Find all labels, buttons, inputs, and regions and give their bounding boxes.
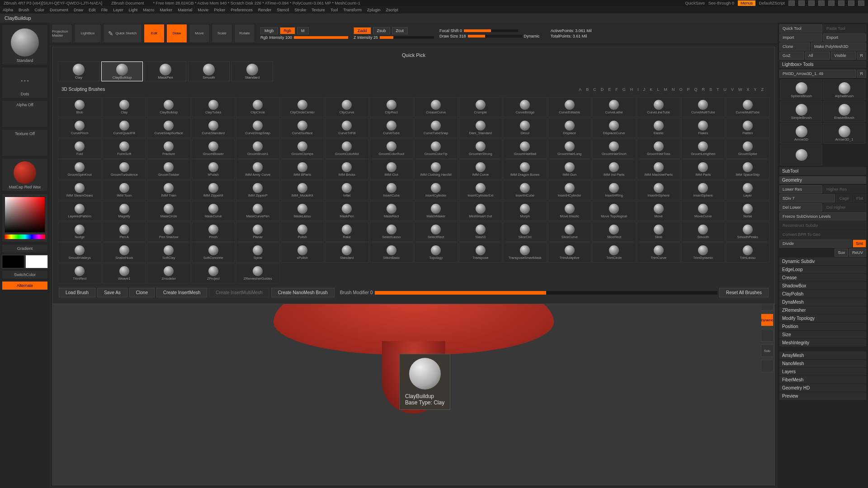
brush-claybuildup[interactable]: ClayBuildup <box>147 97 191 117</box>
brush-groomblower[interactable]: GroomBlower <box>192 139 236 159</box>
focal-shift-slider[interactable] <box>464 29 518 32</box>
menu-brush[interactable]: Brush <box>19 8 29 12</box>
brush-imm-ind-parts[interactable]: IMM Ind Parts <box>592 160 636 179</box>
brush-selectlasso[interactable]: SelectLasso <box>370 222 414 242</box>
alpha-filter-J[interactable]: J <box>641 87 648 92</box>
brush-curvetube[interactable]: CurveTube <box>370 118 414 138</box>
brush-trimlasso[interactable]: TrimLasso <box>726 243 770 263</box>
brush-imm-spaceship[interactable]: IMM SpaceShip <box>726 160 770 179</box>
brush-groombrush1[interactable]: GroomBrush1 <box>236 139 280 159</box>
brush-groomtwister[interactable]: GroomTwister <box>147 160 191 179</box>
brush-pen-a[interactable]: Pen A <box>103 222 146 242</box>
brush-blob[interactable]: Blob <box>58 97 102 117</box>
brush-imm-curve[interactable]: IMM Curve <box>459 160 503 179</box>
zadd-button[interactable]: Zadd <box>354 27 371 34</box>
brush-imm-zipperp[interactable]: IMM ZipperP <box>236 180 280 200</box>
brush-clipcircle[interactable]: ClipCircle <box>236 97 280 117</box>
brush-smoothvalleys[interactable]: SmoothValleys <box>58 243 102 263</box>
section-dynamesh[interactable]: DynaMesh <box>779 298 866 306</box>
color-swatch-white[interactable] <box>25 255 48 268</box>
sdiv-slider[interactable]: SDiv 7 <box>779 194 835 202</box>
brush-slicecurve[interactable]: SliceCurve <box>548 222 592 242</box>
window-btn-1[interactable] <box>788 0 795 6</box>
section-edgeloop[interactable]: EdgeLoop <box>779 266 866 274</box>
lightbox-tools-label[interactable]: Lightbox> Tools <box>779 61 866 69</box>
menu-macro[interactable]: Macro <box>143 8 154 12</box>
menus-button[interactable]: Menus <box>738 0 755 6</box>
alpha-filter-R[interactable]: R <box>699 87 707 92</box>
quicksave-button[interactable]: QuickSave <box>685 1 705 5</box>
alpha-filter-W[interactable]: W <box>736 87 745 92</box>
brush-morph[interactable]: Morph <box>503 201 547 221</box>
gradient-toggle[interactable]: Gradient <box>2 244 48 253</box>
brush-masklasso[interactable]: MaskLasso <box>281 201 325 221</box>
maximize-button[interactable] <box>848 0 854 6</box>
brush-curvetubesnap[interactable]: CurveTubeSnap <box>414 118 458 138</box>
brush-curvesnapsurface[interactable]: CurveSnapSurface <box>147 118 191 138</box>
brush-movecurve[interactable]: MoveCurve <box>681 201 725 221</box>
alpha-filter-Y[interactable]: Y <box>751 87 759 92</box>
tool-name-field[interactable]: PM3D_Arrow3D_1. 49 <box>779 70 856 78</box>
brush-flatten[interactable]: Flatten <box>726 118 770 138</box>
goz-button[interactable]: GoZ <box>779 52 804 60</box>
section-crease[interactable]: Crease <box>779 274 866 282</box>
brush-fracture[interactable]: Fracture <box>147 139 191 159</box>
color-picker[interactable] <box>5 197 45 233</box>
default-script[interactable]: DefaultZScript <box>759 1 785 5</box>
brush-clipcirclecenter[interactable]: ClipCircleCenter <box>281 97 325 117</box>
brush-groomcolormid[interactable]: GroomColorMid <box>325 139 369 159</box>
brush-snakehook[interactable]: SnakeHook <box>103 243 146 263</box>
brush-zremesherguides[interactable]: ZRemesherGuides <box>236 263 280 283</box>
brush-insertcylinderext[interactable]: InsertCylinderExt <box>459 180 503 200</box>
brush-move[interactable]: Move <box>637 201 681 221</box>
alpha-filter-V[interactable]: V <box>729 87 736 92</box>
section-size[interactable]: Size <box>779 331 866 339</box>
section-geometry[interactable]: Geometry <box>779 176 866 184</box>
brush-slash3[interactable]: Slash3 <box>459 222 503 242</box>
section-position[interactable]: Position <box>779 323 866 331</box>
brush-rake[interactable]: Rake <box>325 222 369 242</box>
brush-topology[interactable]: Topology <box>414 243 458 263</box>
draw-size-slider[interactable] <box>468 35 522 38</box>
alpha-filter-M[interactable]: M <box>661 87 670 92</box>
quick-tool-button[interactable]: Quick Tool <box>779 24 822 33</box>
brush-groomhairlong[interactable]: GroomHairLong <box>548 139 592 159</box>
brush-inserthring[interactable]: InsertHRing <box>592 180 636 200</box>
brush-crumple[interactable]: Crumple <box>459 97 503 117</box>
projection-master-button[interactable]: Projection Master <box>52 24 72 43</box>
brush-trimadaptive[interactable]: TrimAdaptive <box>548 243 592 263</box>
brush-nudge[interactable]: Nudge <box>58 222 102 242</box>
alpha-filter-E[interactable]: E <box>606 87 613 92</box>
brush-preview[interactable]: Standard <box>2 24 48 65</box>
brush-stitchbasic[interactable]: StitchBasic <box>370 243 414 263</box>
alpha-filter-I[interactable]: I <box>635 87 641 92</box>
brush-claytubes[interactable]: ClayTubes <box>192 97 236 117</box>
brush-groomspike[interactable]: GroomSpike <box>726 139 770 159</box>
alpha-filter-K[interactable]: K <box>647 87 655 92</box>
menu-document[interactable]: Document <box>50 8 68 12</box>
create-nanomesh-button[interactable]: Create NanoMesh Brush <box>271 288 335 297</box>
brush-trimcircle[interactable]: TrimCircle <box>592 243 636 263</box>
goz-visible-button[interactable]: Visible <box>831 52 856 60</box>
move-button[interactable]: Move <box>189 24 210 43</box>
brush-insertcube[interactable]: InsertCube <box>370 180 414 200</box>
section-nanomesh[interactable]: NanoMesh <box>779 360 866 368</box>
brush-maskcurve[interactable]: MaskCurve <box>192 201 236 221</box>
brush-elastic[interactable]: Elastic <box>637 118 681 138</box>
rotate-button[interactable]: Rotate <box>234 24 255 43</box>
window-btn-3[interactable] <box>808 0 815 6</box>
goz-r-button[interactable]: R <box>857 52 867 60</box>
load-brush-button[interactable]: Load Brush <box>59 288 95 297</box>
brush-softclay[interactable]: SoftClay <box>147 243 191 263</box>
brush-maskcurvepen[interactable]: MaskCurvePen <box>236 201 280 221</box>
mrgb-button[interactable]: Mrgb <box>260 27 278 34</box>
alpha-filter-F[interactable]: F <box>613 87 620 92</box>
menu-stroke[interactable]: Stroke <box>294 8 306 12</box>
brush-pen-shadow[interactable]: Pen Shadow <box>147 222 191 242</box>
menu-color[interactable]: Color <box>35 8 45 12</box>
suv-button[interactable]: Suv <box>835 249 848 257</box>
section-fibermesh[interactable]: FiberMesh <box>779 376 866 384</box>
brush-modifier-slider[interactable] <box>375 291 718 295</box>
brush-inserthcylinder[interactable]: InsertHCylinder <box>548 180 592 200</box>
brush-groomhairshort[interactable]: GroomHairShort <box>592 139 636 159</box>
